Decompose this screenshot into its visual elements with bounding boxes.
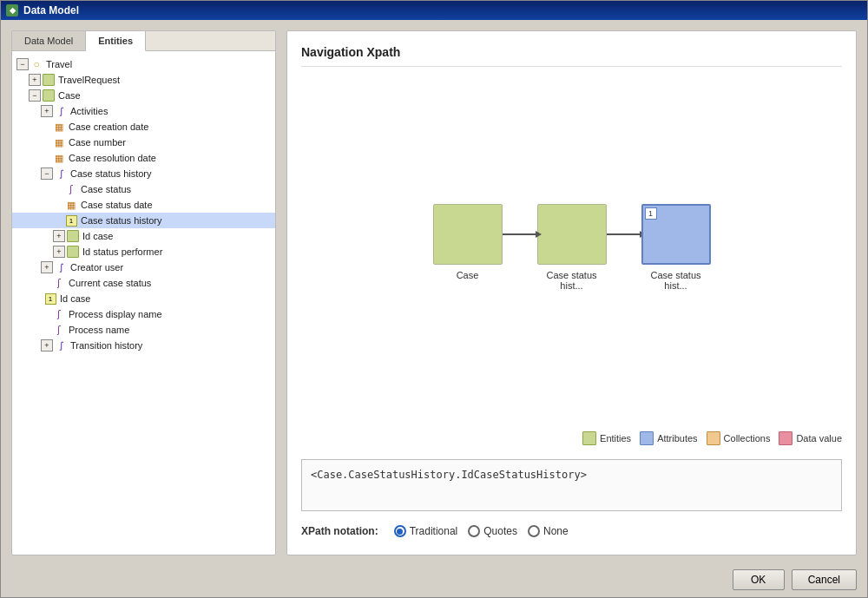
diagram-boxes: 1 <box>433 204 711 265</box>
expand-creator-user[interactable]: + <box>41 261 53 273</box>
diag-box-selected[interactable]: 1 <box>641 204 711 265</box>
tree-label-case-resolution-date: Case resolution date <box>69 153 156 163</box>
diag-box-case[interactable] <box>433 204 503 265</box>
attr-icon-current-case-status: ʃ <box>52 276 66 290</box>
tabs: Data Model Entities <box>12 31 275 51</box>
tree-item-case-status-history[interactable]: − ʃ Case status history <box>12 166 275 181</box>
tree-label-case: Case <box>58 90 81 101</box>
tree-item-transition-history[interactable]: + ʃ Transition history <box>12 338 275 353</box>
radio-none[interactable]: None <box>528 525 569 537</box>
cancel-button[interactable]: Cancel <box>792 569 857 590</box>
folder-icon: ○ <box>30 57 43 71</box>
tree-label-travelrequest: TravelRequest <box>58 75 120 85</box>
ok-button[interactable]: OK <box>733 569 785 590</box>
tree-label-case-status-history: Case status history <box>70 168 152 179</box>
legend-label-entities: Entities <box>600 433 631 444</box>
right-panel: Navigation Xpath <box>286 30 857 555</box>
radio-traditional-circle[interactable] <box>394 525 406 537</box>
radio-quotes[interactable]: Quotes <box>468 525 517 537</box>
tree-item-case-status-history-num[interactable]: 1 Case status history <box>12 213 275 228</box>
diag-label-case: Case <box>433 270 503 280</box>
tree-item-travel[interactable]: − ○ Travel <box>12 56 275 72</box>
titlebar: ◆ Data Model <box>1 1 867 20</box>
tree-item-case[interactable]: − Case <box>12 88 275 103</box>
left-panel: Data Model Entities − ○ Travel + <box>11 30 276 555</box>
tree-item-case-creation-date[interactable]: ▦ Case creation date <box>12 119 275 135</box>
date-icon-case-status-date: ▦ <box>64 198 78 212</box>
legend-entities: Entities <box>582 431 631 445</box>
tree-container: − ○ Travel + TravelRequest − <box>12 51 275 555</box>
attr-icon-process-display-name: ʃ <box>52 307 66 321</box>
entity-icon-case <box>42 89 56 102</box>
xpath-value: <Case.CaseStatusHistory.IdCaseStatusHist… <box>311 469 587 481</box>
bottom-row: OK Cancel <box>1 566 867 597</box>
diag-box-case-status-hist[interactable] <box>537 204 607 265</box>
tree-label-case-status-date: Case status date <box>81 200 153 210</box>
tree-item-id-status-performer[interactable]: + Id status performer <box>12 244 275 260</box>
tree-label-case-status: Case status <box>81 184 131 194</box>
radio-traditional[interactable]: Traditional <box>394 525 458 537</box>
notation-label: XPath notation: <box>301 525 378 537</box>
tree-label-case-number: Case number <box>69 137 126 148</box>
tree-item-id-case-root[interactable]: 1 Id case <box>12 291 275 306</box>
link-icon-case-status-history: ʃ <box>54 167 68 181</box>
expand-travel[interactable]: − <box>16 58 29 70</box>
expand-case-status-history[interactable]: − <box>41 168 53 180</box>
entity-icon-id-case-sub <box>66 229 80 243</box>
expand-travelrequest[interactable]: + <box>29 74 41 86</box>
legend-box-entities <box>582 431 596 445</box>
tree-item-creator-user[interactable]: + ʃ Creator user <box>12 260 275 275</box>
tree-item-activities[interactable]: + ʃ Activities <box>12 103 275 119</box>
legend-datavalue: Data value <box>779 431 842 445</box>
tree-item-case-resolution-date[interactable]: ▦ Case resolution date <box>12 150 275 166</box>
tree-label-travel: Travel <box>46 59 72 69</box>
tree-label-id-status-performer: Id status performer <box>82 246 162 257</box>
legend-label-attributes: Attributes <box>657 433 697 444</box>
expand-transition-history[interactable]: + <box>41 339 53 352</box>
date-icon-creation: ▦ <box>52 120 66 134</box>
diag-arrow-1 <box>503 233 537 235</box>
diag-label-case-status-hist2: Case status hist... <box>641 270 711 291</box>
expand-id-status-performer[interactable]: + <box>53 246 65 258</box>
tree-item-id-case-sub[interactable]: + Id case <box>12 228 275 244</box>
expand-id-case-sub[interactable]: + <box>53 230 65 242</box>
date-icon-number: ▦ <box>52 135 66 149</box>
expand-case[interactable]: − <box>29 89 41 102</box>
attr-icon-case-status: ʃ <box>64 182 78 196</box>
diagram-area: 1 Case Case status hist... Case status h… <box>301 77 842 417</box>
main-window: ◆ Data Model Data Model Entities − ○ Tra… <box>0 0 868 598</box>
entity-icon-travelrequest <box>42 73 56 87</box>
link-icon-transition-history: ʃ <box>54 338 68 352</box>
content-area: Data Model Entities − ○ Travel + <box>1 20 867 566</box>
radio-quotes-label: Quotes <box>483 525 517 537</box>
tree-item-process-name[interactable]: ʃ Process name <box>12 322 275 338</box>
tree-item-case-status-date[interactable]: ▦ Case status date <box>12 197 275 213</box>
tab-data-model[interactable]: Data Model <box>12 31 86 50</box>
xpath-box: <Case.CaseStatusHistory.IdCaseStatusHist… <box>301 459 842 511</box>
num-icon-id-case-root: 1 <box>43 292 57 306</box>
tree-label-current-case-status: Current case status <box>69 278 151 288</box>
radio-none-circle[interactable] <box>528 525 540 537</box>
tree-item-case-status[interactable]: ʃ Case status <box>12 181 275 197</box>
legend-box-attributes <box>640 431 654 445</box>
tree-item-current-case-status[interactable]: ʃ Current case status <box>12 275 275 291</box>
diag-labels: Case Case status hist... Case status his… <box>433 270 711 291</box>
tree-label-case-creation-date: Case creation date <box>69 122 148 132</box>
date-icon-resolution: ▦ <box>52 151 66 165</box>
legend-row: Entities Attributes Collections Data val… <box>301 428 842 449</box>
legend-box-collections <box>707 431 720 445</box>
tree-item-process-display-name[interactable]: ʃ Process display name <box>12 306 275 322</box>
tab-entities[interactable]: Entities <box>86 31 146 51</box>
legend-collections: Collections <box>707 431 771 445</box>
expand-activities[interactable]: + <box>41 105 53 117</box>
tree-item-case-number[interactable]: ▦ Case number <box>12 135 275 150</box>
main-row: Data Model Entities − ○ Travel + <box>11 30 857 555</box>
legend-label-datavalue: Data value <box>796 433 842 444</box>
link-icon-creator-user: ʃ <box>54 260 68 274</box>
legend-attributes: Attributes <box>640 431 697 445</box>
tree-label-process-display-name: Process display name <box>69 309 162 319</box>
tree-item-travelrequest[interactable]: + TravelRequest <box>12 72 275 88</box>
diag-box-num: 1 <box>645 207 657 220</box>
notation-row: XPath notation: Traditional Quotes None <box>301 522 842 541</box>
radio-quotes-circle[interactable] <box>468 525 480 537</box>
